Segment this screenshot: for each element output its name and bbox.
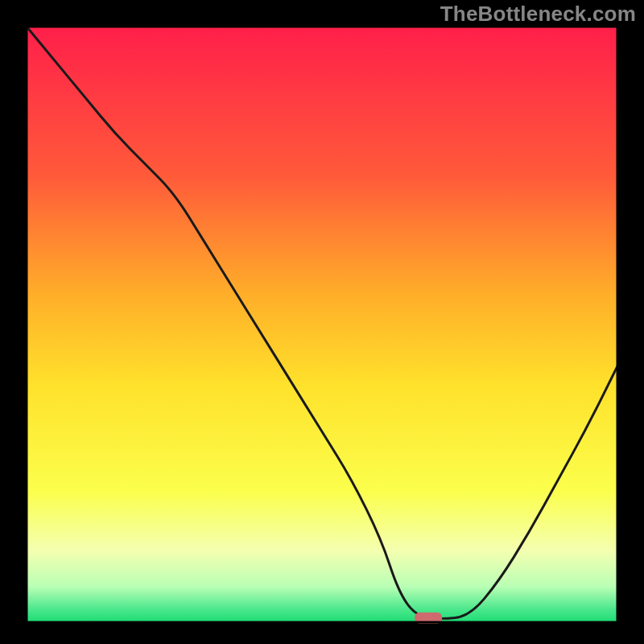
watermark-text: TheBottleneck.com	[440, 2, 636, 27]
bottleneck-chart	[0, 0, 644, 644]
chart-stage: TheBottleneck.com	[0, 0, 644, 644]
